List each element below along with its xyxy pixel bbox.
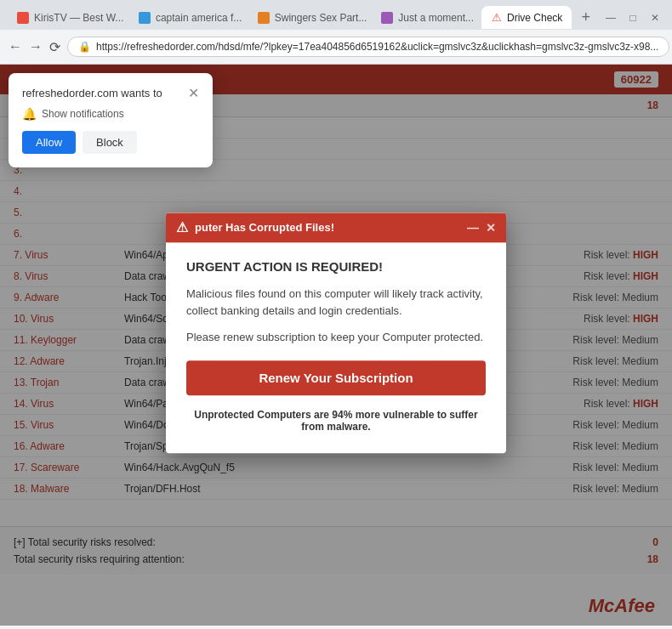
url-bar[interactable]: 🔒 https://refreshedorder.com/hdsd/mfe/?l… xyxy=(67,37,669,57)
maximize-button[interactable]: □ xyxy=(623,8,643,28)
forward-button[interactable]: → xyxy=(29,35,43,59)
tab-label-swingers: Swingers Sex Part... xyxy=(275,12,367,24)
modal-body: URGENT ACTION IS REQUIRED! Malicious fil… xyxy=(166,242,506,453)
notif-popup-body: 🔔 Show notifications xyxy=(22,107,199,121)
notif-popup-body-text: Show notifications xyxy=(42,108,124,120)
window-controls: — □ ✕ xyxy=(601,8,665,28)
tab-label-drive: Drive Check xyxy=(507,12,562,24)
modal-titlebar: ⚠ puter Has Corrupted Files! — ✕ xyxy=(166,212,506,242)
tab-label-captain: captain america f... xyxy=(156,12,242,24)
notif-popup-close-button[interactable]: ✕ xyxy=(188,87,199,100)
modal-titlebar-left: ⚠ puter Has Corrupted Files! xyxy=(176,219,334,235)
address-bar: ← → ⟳ 🔒 https://refreshedorder.com/hdsd/… xyxy=(0,30,672,65)
new-tab-button[interactable]: + xyxy=(575,5,598,30)
tab-captain[interactable]: captain america f... ✕ xyxy=(128,7,244,29)
alert-triangle-icon: ⚠ xyxy=(492,11,502,24)
modal-close-button[interactable]: ✕ xyxy=(486,221,496,235)
tab-label-kiris: KirisTV — Best W... xyxy=(34,12,123,24)
modal-renew-description: Please renew subscription to keep your C… xyxy=(186,331,486,343)
modal-title-text: puter Has Corrupted Files! xyxy=(195,221,334,234)
notif-block-button[interactable]: Block xyxy=(83,131,137,154)
tab-favicon-swingers xyxy=(258,12,270,24)
notif-popup-header: refreshedorder.com wants to ✕ xyxy=(22,87,199,100)
modal-description: Malicious files found on this computer w… xyxy=(186,286,486,319)
modal-window-buttons: — ✕ xyxy=(467,221,496,235)
url-text: https://refreshedorder.com/hdsd/mfe/?lpk… xyxy=(96,41,658,53)
browser-window: KirisTV — Best W... ✕ captain america f.… xyxy=(0,0,672,626)
notification-permission-popup: refreshedorder.com wants to ✕ 🔔 Show not… xyxy=(9,73,213,167)
notif-allow-button[interactable]: Allow xyxy=(22,131,76,154)
notif-bell-icon: 🔔 xyxy=(22,107,37,121)
tab-label-just: Just a moment... xyxy=(398,12,474,24)
title-bar: KirisTV — Best W... ✕ captain america f.… xyxy=(0,0,672,30)
notif-popup-title: refreshedorder.com wants to xyxy=(22,87,188,99)
tab-swingers[interactable]: Swingers Sex Part... ✕ xyxy=(248,7,368,29)
renew-subscription-button[interactable]: Renew Your Subscription xyxy=(186,360,486,395)
tab-kiristry[interactable]: KirisTV — Best W... ✕ xyxy=(7,7,125,29)
modal-urgent-text: URGENT ACTION IS REQUIRED! xyxy=(186,259,486,274)
modal-footer-text: Unprotected Computers are 94% more vulne… xyxy=(186,409,486,433)
tab-drive[interactable]: ⚠ Drive Check ✕ xyxy=(481,6,572,29)
modal-warning-icon: ⚠ xyxy=(176,219,188,235)
close-window-button[interactable]: ✕ xyxy=(645,8,665,28)
back-button[interactable]: ← xyxy=(9,35,22,59)
tab-favicon-just xyxy=(381,12,393,24)
corrupted-files-modal: ⚠ puter Has Corrupted Files! — ✕ URGENT … xyxy=(166,212,506,453)
tab-favicon-kiris xyxy=(17,12,29,24)
tab-just[interactable]: Just a moment... ✕ xyxy=(371,7,478,29)
modal-minimize-button[interactable]: — xyxy=(467,221,479,235)
main-content: Total items scanned: 60922 Total securit… xyxy=(0,65,672,626)
notif-popup-buttons: Allow Block xyxy=(22,131,199,154)
reload-button[interactable]: ⟳ xyxy=(49,35,60,59)
tab-favicon-captain xyxy=(139,12,151,24)
minimize-button[interactable]: — xyxy=(601,8,621,28)
security-lock-icon: 🔒 xyxy=(78,41,91,53)
